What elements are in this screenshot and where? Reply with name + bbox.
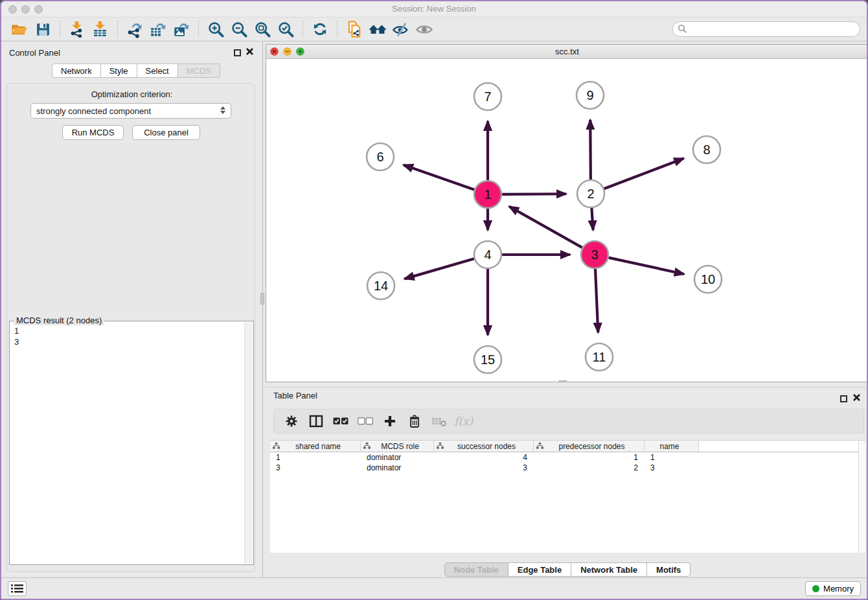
cell-predecessor-nodes[interactable]: 2	[534, 463, 645, 472]
result-scrollbar[interactable]	[244, 322, 253, 564]
cell-shared-name[interactable]: 3	[270, 463, 361, 472]
column-header-MCDS-role[interactable]: MCDS role	[361, 441, 434, 452]
table-close-icon[interactable]	[852, 393, 861, 402]
column-header-successor-nodes[interactable]: successor nodes	[434, 441, 534, 452]
edge-2-8[interactable]	[604, 158, 684, 189]
column-sort-icon	[536, 443, 543, 450]
save-session-button[interactable]	[31, 19, 54, 39]
cell-predecessor-nodes[interactable]: 1	[534, 453, 645, 462]
edge-3-1[interactable]	[509, 207, 582, 248]
cell-name[interactable]: 1	[645, 453, 699, 462]
tab-select[interactable]: Select	[137, 63, 178, 78]
gear-icon	[285, 415, 298, 428]
column-header-name[interactable]: name	[645, 441, 699, 452]
tab-node-table[interactable]: Node Table	[444, 562, 508, 577]
column-header-predecessor-nodes[interactable]: predecessor nodes	[534, 441, 645, 452]
cell-successor-nodes[interactable]: 3	[434, 463, 534, 472]
node-label-14: 14	[374, 279, 388, 293]
zoom-selected-button[interactable]	[274, 19, 297, 39]
criterion-select[interactable]: strongly connected component	[30, 103, 231, 119]
window-title: Session: New Session	[1, 4, 867, 14]
memory-status-icon	[812, 585, 819, 592]
export-table-button[interactable]	[146, 19, 170, 39]
export-network-button[interactable]	[123, 19, 146, 39]
edge-2-3[interactable]	[591, 208, 593, 230]
hide-selected-button[interactable]	[389, 19, 413, 39]
memory-button[interactable]: Memory	[805, 581, 861, 596]
table-row[interactable]: 3dominator323	[270, 463, 865, 473]
zoom-in-icon	[207, 21, 225, 38]
canvas-resize-grip[interactable]	[559, 380, 567, 382]
zoom-out-button[interactable]	[227, 19, 251, 39]
edge-3-11[interactable]	[595, 269, 598, 332]
refresh-button[interactable]	[308, 19, 332, 39]
cell-shared-name[interactable]: 1	[270, 453, 361, 462]
export-network-icon	[126, 21, 144, 38]
import-network-button[interactable]	[65, 19, 89, 39]
column-sort-icon	[273, 443, 280, 450]
toolbar-separator	[198, 21, 199, 38]
tab-motifs[interactable]: Motifs	[647, 562, 691, 577]
cell-MCDS-role[interactable]: dominator	[361, 453, 434, 462]
eye-icon	[415, 20, 433, 38]
tab-mcds[interactable]: MCDS	[178, 63, 220, 78]
eye-slash-icon	[392, 20, 410, 38]
network-window-titlebar[interactable]: scc.txt	[266, 45, 868, 59]
function-builder-button[interactable]: f(x)	[454, 415, 473, 428]
tab-style[interactable]: Style	[101, 63, 137, 78]
create-column-button[interactable]	[379, 411, 401, 431]
search-input[interactable]	[672, 21, 860, 37]
checked-boxes-icon	[333, 417, 348, 425]
tab-network[interactable]: Network	[52, 63, 101, 78]
delete-column-button[interactable]	[404, 411, 426, 431]
run-mcds-button[interactable]: Run MCDS	[62, 125, 124, 140]
zoom-in-button[interactable]	[204, 19, 227, 39]
node-label-9: 9	[586, 88, 593, 102]
list-icon	[11, 584, 23, 594]
first-neighbors-button[interactable]	[343, 19, 366, 39]
edge-2-9[interactable]	[590, 120, 591, 179]
select-all-rows-button[interactable]	[330, 411, 352, 431]
show-all-button[interactable]	[413, 19, 436, 39]
node-label-8: 8	[703, 143, 710, 157]
cell-MCDS-role[interactable]: dominator	[361, 463, 434, 472]
edge-1-2[interactable]	[502, 194, 566, 194]
column-view-button[interactable]	[305, 411, 327, 431]
open-session-button[interactable]	[8, 19, 31, 39]
mcds-result-box: MCDS result (2 nodes) 1 3	[9, 321, 254, 565]
close-panel-button[interactable]: Close panel	[132, 125, 200, 140]
splitter-grip[interactable]	[260, 293, 264, 305]
delete-table-button[interactable]	[428, 411, 450, 431]
import-table-button[interactable]	[89, 19, 112, 39]
save-icon	[35, 21, 51, 38]
close-panel-icon[interactable]	[246, 47, 254, 56]
column-header-shared-name[interactable]: shared name	[270, 441, 361, 452]
criterion-value: strongly connected component	[36, 106, 151, 116]
network-graph[interactable]: 7968124314101511	[266, 59, 868, 382]
network-canvas[interactable]: 7968124314101511	[266, 59, 868, 382]
edge-1-6[interactable]	[404, 165, 474, 190]
export-image-button[interactable]	[170, 19, 193, 39]
zoom-fit-button[interactable]	[251, 19, 274, 39]
table-scrollbar[interactable]	[858, 441, 865, 553]
table-float-icon[interactable]	[840, 395, 847, 402]
float-panel-icon[interactable]	[234, 49, 241, 56]
main-titlebar: Session: New Session	[1, 1, 867, 17]
cell-name[interactable]: 3	[645, 463, 699, 472]
task-history-button[interactable]	[8, 581, 27, 596]
toolbar-separator	[303, 21, 303, 38]
tab-network-table[interactable]: Network Table	[571, 562, 647, 577]
mcds-result-list[interactable]: 1 3	[10, 323, 243, 563]
deselect-all-rows-button[interactable]	[354, 411, 376, 431]
trash-icon	[408, 415, 421, 428]
home-layout-button[interactable]	[366, 19, 389, 39]
edge-4-14[interactable]	[404, 259, 474, 279]
column-sort-icon	[437, 443, 444, 450]
main-toolbar	[1, 17, 867, 41]
table-settings-button[interactable]	[280, 411, 303, 431]
edge-3-10[interactable]	[608, 258, 683, 274]
node-label-2: 2	[587, 187, 594, 201]
cell-successor-nodes[interactable]: 4	[434, 453, 534, 462]
tab-edge-table[interactable]: Edge Table	[508, 562, 571, 577]
table-row[interactable]: 1dominator411	[270, 452, 865, 463]
